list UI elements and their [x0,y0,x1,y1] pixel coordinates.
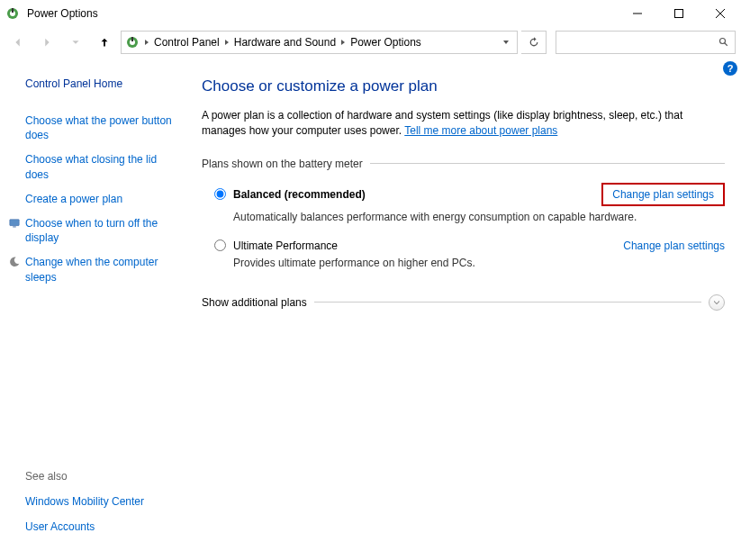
main-content: ? Choose or customize a power plan A pow… [189,58,741,560]
close-button[interactable] [700,0,741,27]
breadcrumb-separator[interactable] [339,32,347,53]
show-additional-label: Show additional plans [202,296,307,309]
navigation-bar: Control Panel Hardware and Sound Power O… [0,27,741,58]
link-user-accounts[interactable]: User Accounts [25,520,178,533]
plan-description: Provides ultimate performance on higher … [233,257,725,269]
maximize-button[interactable] [658,0,700,27]
svg-line-11 [725,43,727,46]
minimize-button[interactable] [617,0,658,27]
page-heading: Choose or customize a power plan [202,77,725,95]
breadcrumb-separator[interactable] [223,32,230,53]
breadcrumb-hardware-sound[interactable]: Hardware and Sound [230,32,339,53]
learn-more-link[interactable]: Tell me more about power plans [404,124,557,137]
link-mobility-center[interactable]: Windows Mobility Center [25,495,178,508]
plans-section-label: Plans shown on the battery meter [202,158,725,170]
power-plan-balanced: Balanced (recommended) Change plan setti… [202,183,725,223]
search-icon [718,37,729,48]
plan-radio-balanced[interactable] [214,188,226,200]
show-additional-plans-row: Show additional plans [202,294,725,311]
svg-rect-12 [10,220,20,226]
forward-button[interactable] [34,30,59,55]
sleep-icon [7,255,22,269]
help-icon[interactable]: ? [723,61,737,76]
sidebar-link-computer-sleeps[interactable]: Change when the computer sleeps [25,255,178,284]
svg-point-10 [720,39,726,44]
search-box[interactable] [556,31,736,54]
plan-name: Ultimate Performance [233,239,338,252]
power-options-icon [125,35,140,50]
window-title: Power Options [27,7,98,20]
page-description: A power plan is a collection of hardware… [202,108,725,140]
change-plan-settings-ultimate[interactable]: Change plan settings [623,239,725,252]
sidebar-link-turn-off-display[interactable]: Choose when to turn off the display [25,216,178,245]
expand-button[interactable] [709,294,725,311]
plan-name: Balanced (recommended) [233,188,366,201]
back-button[interactable] [5,30,31,55]
up-button[interactable] [92,30,117,55]
title-bar: Power Options [0,0,741,27]
address-bar[interactable]: Control Panel Hardware and Sound Power O… [121,31,518,54]
see-also-label: See also [25,470,178,483]
control-panel-home-link[interactable]: Control Panel Home [25,77,178,90]
display-icon [7,216,22,230]
address-dropdown[interactable] [499,32,513,53]
refresh-button[interactable] [521,31,547,54]
power-options-icon [5,6,20,21]
svg-rect-2 [12,8,14,13]
breadcrumb-control-panel[interactable]: Control Panel [150,32,223,53]
recent-locations-button[interactable] [63,30,88,55]
sidebar: Control Panel Home Choose what the power… [0,58,189,560]
plan-description: Automatically balances performance with … [233,211,725,223]
change-plan-settings-balanced[interactable]: Change plan settings [601,183,725,206]
svg-rect-4 [675,10,683,18]
plan-radio-ultimate[interactable] [214,239,226,251]
sidebar-link-create-plan[interactable]: Create a power plan [25,192,178,206]
breadcrumb-power-options[interactable]: Power Options [347,32,425,53]
svg-rect-13 [13,226,16,227]
search-input[interactable] [562,36,718,49]
power-plan-ultimate: Ultimate Performance Change plan setting… [202,239,725,269]
sidebar-link-power-button[interactable]: Choose what the power button does [25,113,178,142]
breadcrumb-separator[interactable] [143,32,150,53]
sidebar-link-closing-lid[interactable]: Choose what closing the lid does [25,152,178,181]
svg-rect-9 [131,37,133,41]
